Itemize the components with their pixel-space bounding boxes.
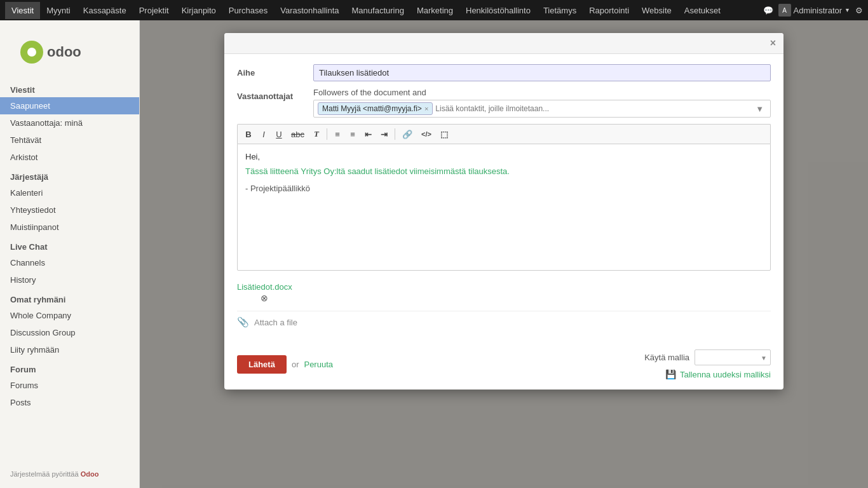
- section-jarjestaja: Järjestäjä: [0, 166, 139, 184]
- recipients-row: Vastaanottajat Followers of the document…: [237, 88, 771, 118]
- numbered-list-btn[interactable]: ≡: [346, 128, 360, 141]
- font-btn[interactable]: T: [309, 127, 323, 141]
- sidebar-item-whole-company[interactable]: Whole Company: [0, 307, 139, 324]
- link-btn[interactable]: 🔗: [398, 128, 416, 141]
- navbar-item-asetukset[interactable]: Asetukset: [678, 2, 727, 19]
- sidebar-item-tehtavat[interactable]: Tehtävät: [0, 132, 139, 149]
- signature-text: - Projektipäällikkö: [245, 184, 763, 193]
- editor-toolbar: B I U abc T ≡ ≡ ⇤ ⇥ 🔗 </> ⬚: [237, 124, 771, 144]
- sidebar-item-kalenteri[interactable]: Kalenteri: [0, 184, 139, 201]
- attach-file-row[interactable]: 📎 Attach a file: [237, 311, 771, 333]
- admin-avatar: A: [778, 4, 791, 17]
- recipient-remove[interactable]: ×: [424, 105, 428, 112]
- template-select-wrap: [695, 349, 771, 365]
- logo-icon: [20, 41, 43, 64]
- admin-menu[interactable]: A Administrator ▼: [778, 4, 851, 17]
- send-button[interactable]: Lähetä: [237, 355, 287, 374]
- template-label: Käytä mallia: [644, 353, 689, 362]
- editor-area[interactable]: Hei, Tässä liitteenä Yritys Oy:ltä saadu…: [237, 144, 771, 271]
- section-livechat: Live Chat: [0, 236, 139, 254]
- sidebar-item-posts[interactable]: Posts: [0, 394, 139, 411]
- subject-input[interactable]: [313, 64, 771, 81]
- settings-icon[interactable]: ⚙: [855, 6, 863, 15]
- admin-dropdown-icon: ▼: [844, 7, 850, 13]
- navbar-item-viestit[interactable]: Viestit: [5, 2, 40, 19]
- sidebar-footer: Järjestelmää pyörittää Odoo: [0, 460, 140, 488]
- image-btn[interactable]: ⬚: [437, 128, 452, 141]
- sidebar-item-vastaanottaja[interactable]: Vastaanottaja: minä: [0, 114, 139, 132]
- outdent-btn[interactable]: ⇤: [361, 128, 376, 141]
- attachment-area: Lisätiedot.docx ⊗: [237, 277, 771, 308]
- code-btn[interactable]: </>: [417, 128, 435, 140]
- indent-btn[interactable]: ⇥: [377, 128, 391, 141]
- navbar-item-raportointi[interactable]: Raportointi: [583, 2, 635, 19]
- compose-dialog: × Aihe Vastaanottajat F: [224, 33, 783, 390]
- dialog-header: ×: [224, 33, 783, 54]
- bold-btn[interactable]: B: [241, 128, 255, 141]
- sidebar-item-yhteystiedot[interactable]: Yhteystiedot: [0, 201, 139, 219]
- navbar-item-myynti[interactable]: Myynti: [40, 2, 77, 19]
- sidebar-item-arkistot[interactable]: Arkistot: [0, 149, 139, 166]
- navbar-item-projektit[interactable]: Projektit: [133, 2, 175, 19]
- navbar-item-kirjanpito[interactable]: Kirjanpito: [175, 2, 222, 19]
- subject-label: Aihe: [237, 64, 313, 78]
- italic-btn[interactable]: I: [257, 128, 271, 141]
- or-label: or: [292, 360, 299, 369]
- sidebar-item-liity-ryhmaan[interactable]: Liity ryhmään: [0, 341, 139, 358]
- navbar: Viestit Myynti Kassapäste Projektit Kirj…: [0, 0, 868, 20]
- subject-wrap: [313, 64, 771, 81]
- followers-text: Followers of the document and: [313, 88, 771, 97]
- recipients-label: Vastaanottajat: [237, 88, 313, 101]
- strikethrough-btn[interactable]: abc: [287, 128, 308, 141]
- body-text: Tässä liitteenä Yritys Oy:ltä saadut lis…: [245, 166, 763, 176]
- recipient-tag: Matti Myyjä <matti@myyja.fi> ×: [318, 102, 433, 115]
- sidebar-item-saapuneet[interactable]: Saapuneet: [0, 97, 139, 114]
- navbar-item-kassapaate[interactable]: Kassapäste: [77, 2, 133, 19]
- content-area: × Aihe Vastaanottajat F: [140, 20, 868, 488]
- underline-btn[interactable]: U: [272, 128, 286, 141]
- section-omat-ryhmat: Omat ryhmäni: [0, 288, 139, 307]
- recipients-input[interactable]: [435, 104, 750, 113]
- dialog-footer: Lähetä or Peruuta Käytä mallia: [224, 343, 783, 390]
- save-template-row[interactable]: 💾 Tallenna uudeksi malliksi: [665, 369, 771, 379]
- navbar-item-henkilostohallinto[interactable]: Henkilöstöhallinto: [459, 2, 537, 19]
- sidebar-item-forums[interactable]: Forums: [0, 377, 139, 394]
- greeting-text: Hei,: [245, 152, 763, 161]
- odoo-link[interactable]: Odoo: [81, 470, 99, 478]
- sidebar-item-discussion-group[interactable]: Discussion Group: [0, 324, 139, 341]
- save-floppy-icon: 💾: [665, 369, 676, 379]
- attach-label: Attach a file: [254, 318, 297, 327]
- navbar-item-website[interactable]: Website: [635, 2, 678, 19]
- toolbar-sep-1: [327, 128, 327, 140]
- body-link: Tässä liitteenä Yritys Oy:ltä saadut lis…: [245, 166, 510, 176]
- recipient-name: Matti Myyjä <matti@myyja.fi>: [322, 104, 422, 113]
- sidebar-item-channels[interactable]: Channels: [0, 254, 139, 271]
- sidebar-item-history[interactable]: History: [0, 271, 139, 288]
- logo: odoo: [0, 20, 139, 79]
- navbar-item-purchases[interactable]: Purchases: [222, 2, 274, 19]
- logo-text: odoo: [47, 44, 81, 60]
- chat-icon[interactable]: 💬: [763, 6, 773, 15]
- paperclip-icon: 📎: [237, 316, 249, 328]
- attachment-name[interactable]: Lisätiedot.docx: [237, 282, 292, 292]
- attachment-remove-btn[interactable]: ⊗: [237, 293, 292, 303]
- sidebar-item-muistiinpanot[interactable]: Muistiinpanot: [0, 219, 139, 236]
- navbar-item-tietamys[interactable]: Tietämys: [537, 2, 583, 19]
- navbar-item-marketing[interactable]: Marketing: [410, 2, 459, 19]
- cancel-button[interactable]: Peruuta: [304, 360, 333, 369]
- recipients-field[interactable]: Matti Myyjä <matti@myyja.fi> × ▼: [313, 100, 771, 118]
- section-viestit: Viestit: [0, 79, 139, 97]
- remove-circle-icon: ⊗: [261, 293, 268, 303]
- bullet-list-btn[interactable]: ≡: [330, 128, 344, 141]
- save-template-label: Tallenna uudeksi malliksi: [680, 370, 771, 379]
- section-forum: Forum: [0, 358, 139, 377]
- attachment-file: Lisätiedot.docx ⊗: [237, 282, 292, 303]
- recipients-dropdown-icon[interactable]: ▼: [753, 104, 766, 114]
- toolbar-sep-2: [395, 128, 395, 140]
- template-select[interactable]: [695, 349, 771, 365]
- footer-right: Käytä mallia 💾 Tallenna uudeksi malliksi: [644, 349, 771, 379]
- navbar-item-manufacturing[interactable]: Manufacturing: [346, 2, 410, 19]
- recipients-wrap: Followers of the document and Matti Myyj…: [313, 88, 771, 118]
- close-button[interactable]: ×: [770, 38, 776, 48]
- navbar-item-varastonhallinta[interactable]: Varastonhallinta: [274, 2, 345, 19]
